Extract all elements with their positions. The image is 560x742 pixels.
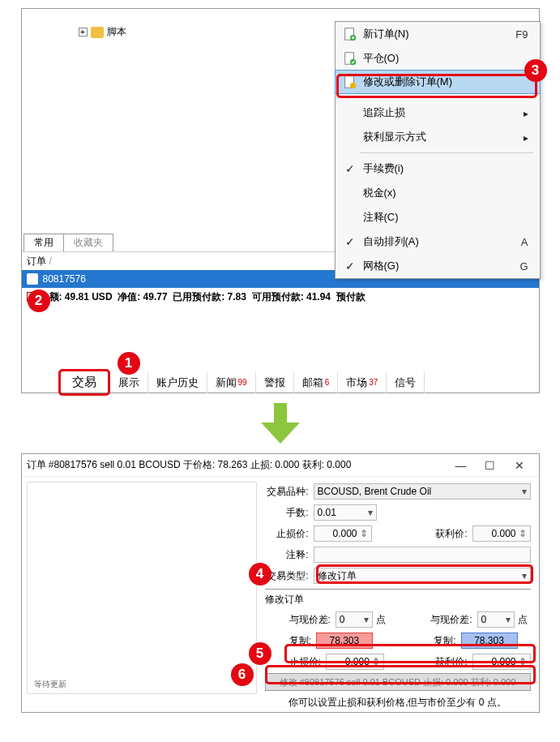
comment-field[interactable] — [314, 547, 531, 563]
menu-close-position[interactable]: 平仓(O) — [336, 46, 540, 71]
dialog-body: 等待更新 交易品种: BCOUSD, Brent Crude Oil 手数: 0… — [22, 477, 539, 712]
terminal-tab-signals[interactable]: 信号 — [387, 372, 425, 393]
sl2-label: 止损价: — [289, 655, 326, 669]
sl2-value: 0.000 — [345, 656, 370, 667]
order-id: 80817576 — [43, 273, 86, 285]
annotation-badge-4: 4 — [249, 563, 271, 585]
modify-section-title: 修改订单 — [265, 593, 531, 607]
annotation-badge-1: 1 — [118, 352, 140, 375]
diff-field-right[interactable]: 0 — [477, 611, 515, 628]
document-check-icon — [342, 51, 358, 66]
diff-unit-left: 点 — [376, 613, 386, 627]
menu-profit-display[interactable]: 获利显示方式 — [336, 125, 540, 149]
order-form: 交易品种: BCOUSD, Brent Crude Oil 手数: 0.01 止… — [265, 482, 531, 707]
terminal-tab-display[interactable]: 展示 — [110, 372, 148, 393]
dropdown-icon — [517, 570, 527, 581]
comment-label: 注释: — [265, 548, 314, 562]
sl2-field[interactable]: 0.000⇕ — [326, 654, 384, 670]
diff-label-left: 与现价差: — [289, 613, 336, 627]
menu-comment[interactable]: 注释(C) — [336, 205, 540, 229]
navigator-tab-favorites[interactable]: 收藏夹 — [63, 234, 113, 251]
menu-modify-delete-order[interactable]: 修改或删除订单(M) — [335, 70, 541, 94]
menu-shortcut: A — [521, 236, 528, 248]
copy-ask-button[interactable]: 78.303 — [461, 633, 518, 649]
terminal-tab-market[interactable]: 市场37 — [338, 372, 387, 393]
check-icon — [342, 259, 358, 272]
close-button[interactable]: ✕ — [505, 459, 534, 472]
copy-label-left: 复制: — [289, 634, 316, 648]
expand-icon[interactable]: + — [79, 28, 88, 36]
tp-value: 0.000 — [491, 528, 515, 539]
diff-value: 0 — [481, 614, 487, 625]
modify-submit-button[interactable]: 修改 #80817576 sell 0.01 BCOUSD 止损: 0.000 … — [265, 673, 531, 691]
equity-label: 净值: — [118, 290, 140, 304]
menu-tax[interactable]: 税金(x) — [336, 181, 540, 205]
symbol-value: BCOUSD, Brent Crude Oil — [318, 486, 432, 497]
symbol-field: BCOUSD, Brent Crude Oil — [314, 483, 531, 500]
navigator-tab-common[interactable]: 常用 — [24, 234, 64, 251]
submenu-arrow-icon — [524, 107, 528, 119]
dropdown-icon — [363, 507, 373, 518]
tp2-field[interactable]: 0.000⇕ — [472, 654, 531, 670]
margin-value: 7.83 — [228, 291, 246, 302]
menu-commission[interactable]: 手续费(i) — [336, 157, 540, 181]
minimize-button[interactable]: — — [447, 459, 476, 472]
chart-thumbnail: 等待更新 — [27, 482, 257, 694]
diff-unit-right: 点 — [518, 613, 528, 627]
document-edit-icon — [342, 75, 358, 89]
menu-grid[interactable]: 网格(G) G — [336, 254, 540, 278]
copy-bid-button[interactable]: 78.303 — [316, 633, 373, 649]
flow-arrow-down-icon — [256, 403, 305, 444]
type-value: 修改订单 — [318, 569, 357, 583]
check-icon — [342, 162, 358, 175]
terminal-tab-mail[interactable]: 邮箱6 — [294, 372, 339, 393]
sl-label: 止损价: — [265, 527, 314, 541]
diff-value: 0 — [340, 614, 345, 625]
submenu-arrow-icon — [524, 131, 528, 144]
menu-label: 追踪止损 — [363, 105, 519, 120]
terminal-tab-trade[interactable]: 交易 — [58, 369, 110, 396]
volume-field[interactable]: 0.01 — [314, 504, 377, 521]
maximize-button[interactable]: ☐ — [476, 459, 505, 472]
diff-field-left[interactable]: 0 — [336, 611, 373, 628]
orders-header-label: 订单 — [27, 255, 46, 268]
free-margin-label: 可用预付款: — [252, 290, 304, 304]
tab-label: 市场 — [346, 375, 367, 390]
menu-label: 修改或删除订单(M) — [363, 75, 528, 89]
tree-label: 脚本 — [107, 25, 126, 39]
type-field[interactable]: 修改订单 — [314, 568, 531, 584]
menu-shortcut: G — [519, 260, 528, 272]
terminal-tab-alert[interactable]: 警报 — [256, 372, 294, 393]
sl-field[interactable]: 0.000⇕ — [314, 525, 372, 542]
menu-label: 网格(G) — [363, 259, 515, 273]
tab-label: 新闻 — [216, 375, 237, 390]
menu-trailing-stop[interactable]: 追踪止损 — [336, 101, 540, 125]
balance-value: 49.81 USD — [65, 291, 113, 302]
menu-new-order[interactable]: 新订单(N) F9 — [336, 22, 540, 46]
dialog-hint: 你可以设置止损和获利价格,但与市价至少有 0 点。 — [265, 696, 531, 710]
tab-count: 99 — [238, 378, 247, 387]
dropdown-icon — [501, 614, 511, 625]
diff-label-right: 与现价差: — [430, 613, 477, 627]
terminal-tab-news[interactable]: 新闻99 — [207, 372, 256, 393]
tree-item-scripts[interactable]: + 脚本 — [79, 25, 126, 39]
tp2-value: 0.000 — [491, 656, 515, 667]
svg-point-5 — [350, 83, 356, 88]
margin-label: 已用预付款: — [173, 290, 224, 304]
dropdown-icon — [359, 614, 369, 625]
navigator-tabs: 常用 收藏夹 — [24, 234, 113, 251]
tp-field[interactable]: 0.000⇕ — [472, 525, 531, 542]
navigator-and-terminal-panel: + 脚本 常用 收藏夹 订单 / 80817576 ◆ 余额: 49.81 US… — [21, 8, 540, 393]
menu-separator — [360, 152, 533, 153]
menu-label: 新订单(N) — [363, 27, 511, 41]
tp2-label: 获利价: — [435, 655, 472, 669]
modify-order-dialog: 订单 #80817576 sell 0.01 BCOUSD 于价格: 78.26… — [21, 453, 540, 713]
menu-auto-arrange[interactable]: 自动排列(A) A — [336, 229, 540, 254]
menu-label: 获利显示方式 — [363, 130, 519, 144]
menu-label: 自动排列(A) — [363, 234, 516, 249]
symbol-label: 交易品种: — [265, 485, 314, 499]
terminal-tab-history[interactable]: 账户历史 — [148, 372, 207, 393]
document-add-icon — [342, 27, 358, 41]
volume-label: 手数: — [265, 506, 314, 520]
chart-status: 等待更新 — [34, 679, 66, 690]
